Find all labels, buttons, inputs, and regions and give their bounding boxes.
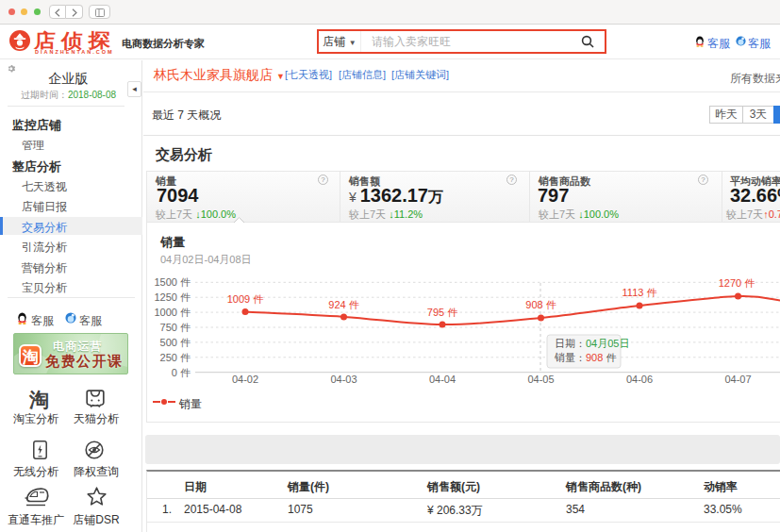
svg-text:04-07: 04-07 bbox=[724, 374, 751, 385]
svg-text:795 件: 795 件 bbox=[427, 307, 457, 318]
svg-text:1500 件: 1500 件 bbox=[154, 276, 191, 288]
svg-text:04-05: 04-05 bbox=[527, 374, 554, 385]
svg-text:04-02: 04-02 bbox=[232, 374, 258, 385]
svg-text:1113 件: 1113 件 bbox=[622, 287, 657, 298]
svg-text:1009 件: 1009 件 bbox=[227, 293, 264, 305]
svg-text:1250 件: 1250 件 bbox=[154, 291, 191, 303]
svg-text:924 件: 924 件 bbox=[328, 299, 358, 310]
svg-text:500 件: 500 件 bbox=[160, 337, 191, 348]
svg-text:250 件: 250 件 bbox=[160, 352, 191, 363]
svg-text:908 件: 908 件 bbox=[525, 299, 556, 310]
svg-text:销量：908 件: 销量：908 件 bbox=[554, 352, 616, 363]
svg-text:1000 件: 1000 件 bbox=[154, 307, 191, 318]
svg-text:750 件: 750 件 bbox=[160, 322, 191, 333]
svg-text:04-03: 04-03 bbox=[330, 374, 357, 385]
svg-text:日期：04月05日: 日期：04月05日 bbox=[555, 338, 629, 349]
svg-text:04-04: 04-04 bbox=[429, 374, 456, 385]
svg-text:04-06: 04-06 bbox=[626, 374, 653, 385]
svg-text:0 件: 0 件 bbox=[172, 367, 191, 378]
svg-text:1270 件: 1270 件 bbox=[719, 277, 755, 289]
